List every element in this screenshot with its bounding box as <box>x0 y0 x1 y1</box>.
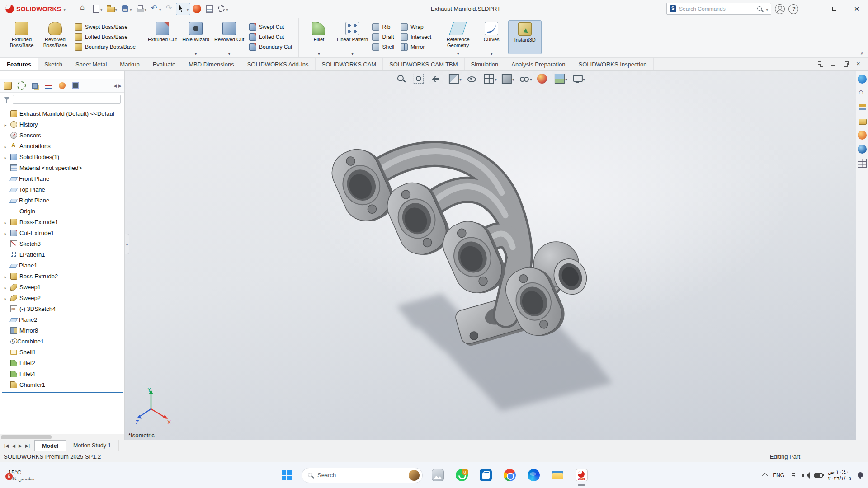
dropdown-arrow-icon[interactable] <box>524 49 526 54</box>
language-indicator[interactable]: ENG <box>773 472 784 479</box>
feature-manager-tab[interactable] <box>15 80 27 91</box>
next-tab-icon[interactable]: ▶ <box>19 443 22 448</box>
dropdown-arrow-icon[interactable] <box>351 49 354 53</box>
ribbon-tab[interactable]: Sketch <box>38 58 69 70</box>
tree-root-item[interactable]: Exhaust Manifold (Default) <<Defaul <box>2 108 124 119</box>
tree-filter-input[interactable] <box>13 95 121 104</box>
dropdown-arrow-icon[interactable] <box>457 49 459 53</box>
dropdown-arrow-icon[interactable] <box>548 75 550 83</box>
dropdown-arrow-icon[interactable] <box>21 49 23 53</box>
tree-item[interactable]: LPattern1 <box>2 249 124 260</box>
redo-button[interactable] <box>164 3 175 15</box>
expand-arrow-icon[interactable] <box>3 305 8 313</box>
hud-tool-button[interactable] <box>448 74 461 84</box>
document-restore-icon[interactable] <box>843 61 849 67</box>
hud-tool-button[interactable] <box>537 74 550 84</box>
orientation-triad[interactable]: Y X Z <box>135 386 173 428</box>
dropdown-arrow-icon[interactable] <box>318 49 320 53</box>
ribbon-big-button[interactable]: Hole Wizard <box>179 20 212 53</box>
dropdown-arrow-icon[interactable] <box>406 75 408 83</box>
feature-manager-tab[interactable] <box>29 80 41 91</box>
taskbar-app-chrome[interactable] <box>500 465 519 486</box>
dropdown-arrow-icon[interactable] <box>442 75 443 83</box>
expand-arrow-icon[interactable] <box>3 326 8 334</box>
hud-tool-button[interactable] <box>466 74 479 84</box>
taskbar-search[interactable]: Search <box>302 468 423 483</box>
tree-item[interactable]: Boss-Extrude1 <box>2 216 124 227</box>
graphics-viewport[interactable]: Y X Z *Isometric <box>125 71 856 440</box>
feature-manager-tab[interactable] <box>42 80 54 91</box>
ribbon-small-button[interactable]: Draft <box>369 32 397 42</box>
expand-arrow-icon[interactable] <box>3 283 8 291</box>
ribbon-small-button[interactable]: Lofted Cut <box>246 32 295 42</box>
expand-arrow-icon[interactable] <box>3 142 8 150</box>
restore-button[interactable] <box>825 0 844 18</box>
tree-item[interactable]: Boss-Extrude2 <box>2 271 124 282</box>
taskbar-app-file-explorer[interactable] <box>548 465 566 486</box>
dropdown-arrow-icon[interactable] <box>226 5 228 13</box>
start-button[interactable] <box>278 465 296 486</box>
hud-tool-button[interactable] <box>502 74 514 84</box>
ribbon-big-button[interactable]: Curves <box>475 20 508 54</box>
tree-item[interactable]: Sweep1 <box>2 282 124 292</box>
dropdown-arrow-icon[interactable] <box>130 5 132 13</box>
battery-icon[interactable] <box>814 473 823 478</box>
print-button[interactable] <box>134 3 148 15</box>
expand-arrow-icon[interactable] <box>3 315 8 324</box>
expand-arrow-icon[interactable] <box>3 120 8 128</box>
ribbon-tab[interactable]: SOLIDWORKS Inspection <box>572 58 654 70</box>
expand-arrow-icon[interactable] <box>3 294 8 302</box>
feature-manager-tab[interactable] <box>2 80 14 91</box>
dropdown-arrow-icon[interactable] <box>115 5 118 13</box>
hud-tool-button[interactable] <box>484 74 496 84</box>
ribbon-small-button[interactable]: Intersect <box>397 32 434 42</box>
ribbon-tab[interactable]: Analysis Preparation <box>505 58 572 70</box>
ribbon-big-button[interactable]: Instant3D <box>508 20 542 54</box>
ribbon-big-button[interactable]: Revolved Cut <box>212 20 246 53</box>
dropdown-arrow-icon[interactable] <box>583 75 585 83</box>
user-account-icon[interactable] <box>775 4 785 14</box>
volume-icon[interactable] <box>802 472 809 479</box>
ribbon-small-button[interactable]: Swept Boss/Base <box>72 22 139 32</box>
tree-item[interactable]: Sketch3 <box>2 238 124 249</box>
tree-item[interactable]: Top Plane <box>2 184 124 195</box>
tree-item[interactable]: Annotations <box>2 141 124 151</box>
panel-grip-handle[interactable] <box>0 71 124 79</box>
taskbar-app-photos[interactable] <box>429 465 447 486</box>
drawing-options-button[interactable] <box>203 3 215 15</box>
taskbar-app-whatsapp[interactable]: 8 <box>453 465 471 486</box>
hud-tool-button[interactable] <box>431 74 443 84</box>
save-button[interactable] <box>119 3 133 15</box>
hud-tool-button[interactable] <box>572 74 585 84</box>
tree-item[interactable]: Cut-Extrude1 <box>2 227 124 238</box>
ribbon-small-button[interactable]: Boundary Cut <box>246 42 295 52</box>
dropdown-arrow-icon[interactable] <box>566 75 567 83</box>
expand-arrow-icon[interactable] <box>3 359 8 367</box>
expand-arrow-icon[interactable] <box>3 272 8 280</box>
scroll-right-icon[interactable]: ▶ <box>118 84 122 88</box>
panel-collapse-button[interactable] <box>125 234 129 254</box>
tree-horizontal-scrollbar[interactable] <box>0 434 124 440</box>
edit-appearance-button[interactable] <box>191 3 203 15</box>
rollback-bar[interactable] <box>2 392 123 393</box>
dropdown-arrow-icon[interactable] <box>495 75 496 83</box>
ribbon-big-button[interactable]: Linear Pattern <box>335 20 369 53</box>
tree-item[interactable]: History <box>2 119 124 130</box>
tree-item[interactable]: Origin <box>2 206 124 216</box>
ribbon-big-button[interactable]: Revolved Boss/Base <box>38 20 72 53</box>
tree-item[interactable]: (-) 3DSketch4 <box>2 303 124 314</box>
dropdown-arrow-icon[interactable] <box>187 5 189 13</box>
ribbon-big-button[interactable]: Fillet <box>302 20 335 53</box>
expand-arrow-icon[interactable] <box>3 250 8 258</box>
wifi-icon[interactable] <box>789 472 797 478</box>
expand-arrow-icon[interactable] <box>3 174 8 183</box>
expand-arrow-icon[interactable] <box>3 164 8 172</box>
logo-dropdown-arrow-icon[interactable] <box>63 5 66 13</box>
tree-item[interactable]: Front Plane <box>2 173 124 184</box>
ribbon-small-button[interactable]: Shell <box>369 42 397 52</box>
scrollbar-thumb[interactable] <box>1 435 52 439</box>
open-button[interactable] <box>105 3 119 15</box>
solidworks-logo[interactable]: SOLIDWORKS <box>0 5 70 13</box>
select-tool-button[interactable] <box>176 3 191 15</box>
exhaust-manifold-3d-model[interactable] <box>125 71 856 440</box>
